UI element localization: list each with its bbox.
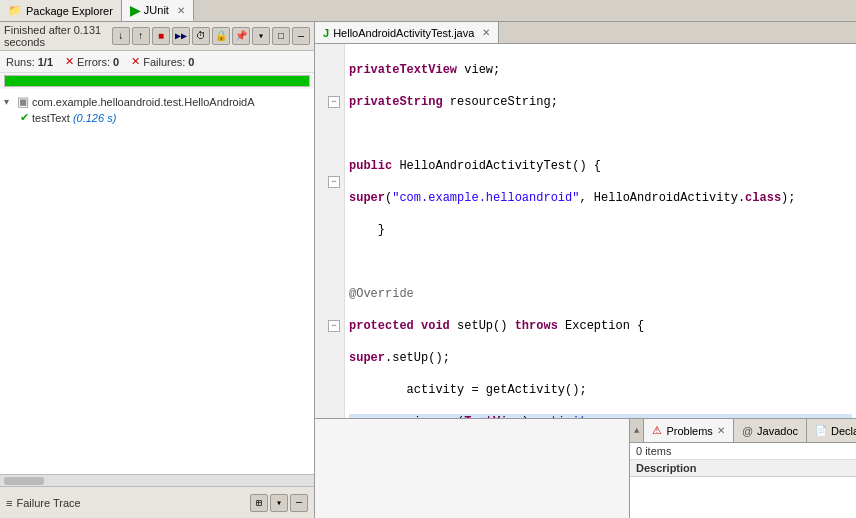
- gutter-line-2: [315, 62, 344, 78]
- code-line-12: view = (TextView) activity: [349, 414, 852, 418]
- stop-btn[interactable]: ■: [152, 27, 170, 45]
- tab-declaration[interactable]: 📄 Declaration: [807, 419, 856, 442]
- gutter-line-3: [315, 78, 344, 94]
- code-gutter: − − −: [315, 44, 345, 418]
- java-file-icon: J: [323, 27, 329, 39]
- tab-declaration-label: Declaration: [831, 425, 856, 437]
- test-tree[interactable]: ▾ ▣ com.example.helloandroid.test.HelloA…: [0, 89, 314, 474]
- gutter-line-9[interactable]: −: [315, 174, 344, 190]
- runs-stat: Runs: 1/1: [6, 56, 53, 68]
- bottom-right-panel: ▲ ⚠ Problems ✕ @ Javadoc 📄 Declaration: [630, 419, 856, 518]
- gutter-line-1: [315, 46, 344, 62]
- main-content: Finished after 0.131 seconds ↓ ↑ ■ ▶▶ ⏱ …: [0, 22, 856, 518]
- test-time: (0.126 s): [73, 112, 116, 124]
- code-line-6: }: [349, 222, 852, 238]
- gutter-line-18[interactable]: −: [315, 318, 344, 334]
- failure-icon: ✕: [131, 55, 140, 68]
- fold-icon-18[interactable]: −: [328, 320, 340, 332]
- gutter-line-4[interactable]: −: [315, 94, 344, 110]
- error-icon: ✕: [65, 55, 74, 68]
- code-line-3: [349, 126, 852, 142]
- bottom-content: 0 items Description: [630, 443, 856, 518]
- progress-bar-fill: [5, 76, 309, 86]
- tab-package-explorer-label: Package Explorer: [26, 5, 113, 17]
- failures-stat: ✕ Failures: 0: [131, 55, 194, 68]
- gutter-line-12: [315, 222, 344, 238]
- errors-value: 0: [113, 56, 119, 68]
- tab-junit-close[interactable]: ✕: [177, 5, 185, 16]
- editor-tab-java[interactable]: J HelloAndroidActivityTest.java ✕: [315, 22, 499, 43]
- right-panel: J HelloAndroidActivityTest.java ✕ −: [315, 22, 856, 518]
- code-line-9: protected void setUp() throws Exception …: [349, 318, 852, 334]
- fold-icon-9[interactable]: −: [328, 176, 340, 188]
- gutter-line-17: [315, 302, 344, 318]
- gutter-line-13: [315, 238, 344, 254]
- tab-problems-close[interactable]: ✕: [717, 425, 725, 436]
- scroll-lock-btn[interactable]: 🔒: [212, 27, 230, 45]
- table-header: Description: [630, 460, 856, 477]
- test-item[interactable]: ✔ testText (0.126 s): [0, 110, 314, 125]
- gutter-line-16: [315, 286, 344, 302]
- bottom-panel-up-arrow[interactable]: ▲: [630, 419, 644, 442]
- tab-junit-label: JUnit: [144, 4, 169, 16]
- progress-bar: [4, 75, 310, 87]
- view-btn[interactable]: □: [272, 27, 290, 45]
- code-line-8: @Override: [349, 286, 852, 302]
- test-suite-item[interactable]: ▾ ▣ com.example.helloandroid.test.HelloA…: [0, 93, 314, 110]
- gutter-line-15: [315, 270, 344, 286]
- copy-trace-btn[interactable]: ⊞: [250, 494, 268, 512]
- editor-tab-close[interactable]: ✕: [482, 27, 490, 38]
- code-line-11: activity = getActivity();: [349, 382, 852, 398]
- collapse-trace-btn[interactable]: —: [290, 494, 308, 512]
- top-tab-bar: 📁 Package Explorer ▶ JUnit ✕: [0, 0, 856, 22]
- code-line-2: private String resourceString;: [349, 94, 852, 110]
- gutter-line-11: [315, 206, 344, 222]
- prev-failure-btn[interactable]: ↓: [112, 27, 130, 45]
- filter-trace-btn[interactable]: ▾: [270, 494, 288, 512]
- gutter-line-5: [315, 110, 344, 126]
- junit-icon: ▶: [130, 3, 140, 18]
- tab-junit[interactable]: ▶ JUnit ✕: [122, 0, 194, 21]
- bottom-tab-bar: ▲ ⚠ Problems ✕ @ Javadoc 📄 Declaration: [630, 419, 856, 443]
- code-line-10: super.setUp();: [349, 350, 852, 366]
- bottom-left-spacer: [315, 419, 630, 518]
- code-line-1: private TextView view;: [349, 62, 852, 78]
- gutter-line-10: [315, 190, 344, 206]
- errors-stat: ✕ Errors: 0: [65, 55, 119, 68]
- left-horizontal-scrollbar[interactable]: [0, 474, 314, 486]
- junit-toolbar-buttons: ↓ ↑ ■ ▶▶ ⏱ 🔒 📌 ▾ □ —: [112, 27, 310, 45]
- junit-toolbar: Finished after 0.131 seconds ↓ ↑ ■ ▶▶ ⏱ …: [0, 22, 314, 51]
- suite-label: com.example.helloandroid.test.HelloAndro…: [32, 96, 255, 108]
- tab-javadoc[interactable]: @ Javadoc: [734, 419, 807, 442]
- bottom-panel: ▲ ⚠ Problems ✕ @ Javadoc 📄 Declaration: [315, 418, 856, 518]
- gutter-line-19: [315, 334, 344, 350]
- left-panel: Finished after 0.131 seconds ↓ ↑ ■ ▶▶ ⏱ …: [0, 22, 315, 518]
- fold-icon-4[interactable]: −: [328, 96, 340, 108]
- code-line-7: [349, 254, 852, 270]
- suite-expand-icon: ▾: [4, 96, 14, 107]
- rerun-btn[interactable]: ▶▶: [172, 27, 190, 45]
- failure-trace-buttons: ⊞ ▾ —: [250, 494, 308, 512]
- tab-package-explorer[interactable]: 📁 Package Explorer: [0, 0, 122, 21]
- javadoc-icon: @: [742, 425, 753, 437]
- test-label: testText: [32, 112, 70, 124]
- minimize-btn[interactable]: —: [292, 27, 310, 45]
- gutter-line-14: [315, 254, 344, 270]
- gutter-line-6: [315, 126, 344, 142]
- code-area: − − −: [315, 44, 856, 418]
- items-count: 0 items: [630, 443, 856, 460]
- tab-problems[interactable]: ⚠ Problems ✕: [644, 419, 733, 442]
- code-line-4: public HelloAndroidActivityTest() {: [349, 158, 852, 174]
- gutter-line-7: [315, 142, 344, 158]
- failures-value: 0: [188, 56, 194, 68]
- menu-btn[interactable]: ▾: [252, 27, 270, 45]
- runs-value: 1/1: [38, 56, 53, 68]
- run-stats: Runs: 1/1 ✕ Errors: 0 ✕ Failures: 0: [0, 51, 314, 73]
- next-failure-btn[interactable]: ↑: [132, 27, 150, 45]
- pin-btn[interactable]: 📌: [232, 27, 250, 45]
- declaration-icon: 📄: [815, 425, 827, 436]
- failure-trace-icon: ≡: [6, 497, 12, 509]
- editor-filename: HelloAndroidActivityTest.java: [333, 27, 474, 39]
- history-btn[interactable]: ⏱: [192, 27, 210, 45]
- code-editor[interactable]: private TextView view; private String re…: [345, 44, 856, 418]
